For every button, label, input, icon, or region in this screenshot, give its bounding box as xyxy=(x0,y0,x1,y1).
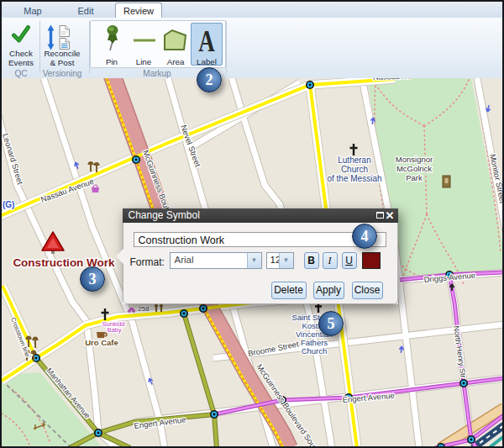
svg-text:Church: Church xyxy=(302,346,328,356)
svg-text:(G): (G) xyxy=(3,200,14,209)
svg-text:Uro Cafe: Uro Cafe xyxy=(85,338,118,347)
svg-text:Church: Church xyxy=(341,165,368,174)
svg-text:Baby: Baby xyxy=(107,326,121,334)
svg-text:McGolrick: McGolrick xyxy=(396,164,432,173)
svg-text:258: 258 xyxy=(138,305,150,313)
svg-text:of the Messiah: of the Messiah xyxy=(327,174,381,183)
svg-text:Construction Work: Construction Work xyxy=(13,256,115,269)
svg-text:Monsignor: Monsignor xyxy=(396,155,433,164)
svg-text:Park: Park xyxy=(406,173,423,182)
svg-text:Lutheran: Lutheran xyxy=(338,155,370,165)
